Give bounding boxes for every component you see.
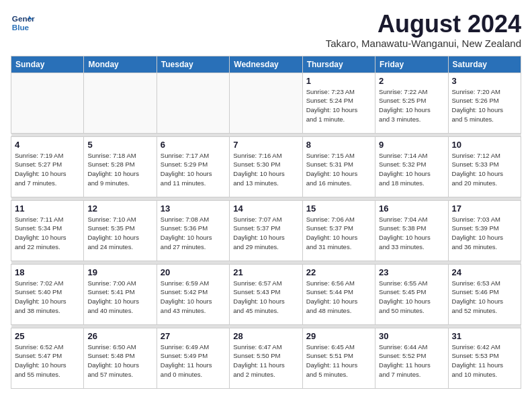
day-number: 29 [306, 331, 371, 341]
calendar-cell: 10Sunrise: 7:12 AM Sunset: 5:33 PM Dayli… [448, 136, 521, 197]
calendar-cell: 16Sunrise: 7:04 AM Sunset: 5:38 PM Dayli… [375, 200, 448, 261]
calendar-cell: 18Sunrise: 7:02 AM Sunset: 5:40 PM Dayli… [11, 264, 84, 324]
day-info: Sunrise: 6:55 AM Sunset: 5:45 PM Dayligh… [379, 279, 444, 316]
title-block: August 2024 Takaro, Manawatu-Wanganui, N… [326, 11, 521, 49]
calendar-cell: 5Sunrise: 7:18 AM Sunset: 5:28 PM Daylig… [84, 136, 157, 197]
calendar-week-4: 18Sunrise: 7:02 AM Sunset: 5:40 PM Dayli… [11, 264, 521, 324]
calendar-cell: 7Sunrise: 7:16 AM Sunset: 5:30 PM Daylig… [230, 136, 302, 197]
day-number: 16 [379, 203, 444, 214]
day-info: Sunrise: 6:56 AM Sunset: 5:44 PM Dayligh… [306, 279, 371, 316]
day-info: Sunrise: 7:03 AM Sunset: 5:39 PM Dayligh… [452, 215, 517, 252]
calendar-table: Sunday Monday Tuesday Wednesday Thursday… [11, 56, 521, 389]
calendar-cell: 27Sunrise: 6:49 AM Sunset: 5:49 PM Dayli… [157, 328, 229, 388]
calendar-cell: 24Sunrise: 6:53 AM Sunset: 5:46 PM Dayli… [448, 264, 521, 324]
day-info: Sunrise: 7:23 AM Sunset: 5:24 PM Dayligh… [306, 87, 371, 124]
day-info: Sunrise: 7:04 AM Sunset: 5:38 PM Dayligh… [379, 215, 444, 252]
day-number: 3 [452, 76, 517, 86]
day-number: 30 [379, 331, 444, 341]
day-info: Sunrise: 7:20 AM Sunset: 5:26 PM Dayligh… [452, 87, 517, 124]
day-number: 12 [87, 203, 152, 214]
calendar-week-3: 11Sunrise: 7:11 AM Sunset: 5:34 PM Dayli… [11, 200, 521, 261]
day-info: Sunrise: 6:45 AM Sunset: 5:51 PM Dayligh… [306, 342, 371, 379]
day-number: 7 [233, 140, 298, 150]
calendar-week-2: 4Sunrise: 7:19 AM Sunset: 5:27 PM Daylig… [11, 136, 521, 197]
calendar-cell: 19Sunrise: 7:00 AM Sunset: 5:41 PM Dayli… [84, 264, 157, 324]
day-info: Sunrise: 7:10 AM Sunset: 5:35 PM Dayligh… [87, 215, 152, 252]
day-info: Sunrise: 7:06 AM Sunset: 5:37 PM Dayligh… [306, 215, 371, 252]
day-info: Sunrise: 6:52 AM Sunset: 5:47 PM Dayligh… [15, 342, 80, 379]
day-number: 26 [87, 331, 152, 341]
calendar-cell [84, 73, 157, 133]
day-number: 5 [87, 140, 152, 150]
col-friday: Friday [375, 56, 448, 73]
calendar-cell: 31Sunrise: 6:42 AM Sunset: 5:53 PM Dayli… [448, 328, 521, 388]
calendar-cell: 28Sunrise: 6:47 AM Sunset: 5:50 PM Dayli… [230, 328, 302, 388]
day-number: 4 [15, 140, 80, 150]
calendar-header-row: Sunday Monday Tuesday Wednesday Thursday… [11, 56, 521, 73]
col-saturday: Saturday [448, 56, 521, 73]
day-info: Sunrise: 6:50 AM Sunset: 5:48 PM Dayligh… [87, 342, 152, 379]
calendar-cell: 15Sunrise: 7:06 AM Sunset: 5:37 PM Dayli… [302, 200, 375, 261]
calendar-cell: 2Sunrise: 7:22 AM Sunset: 5:25 PM Daylig… [375, 73, 448, 133]
day-info: Sunrise: 7:11 AM Sunset: 5:34 PM Dayligh… [15, 215, 80, 252]
day-number: 27 [161, 331, 226, 341]
calendar-week-1: 1Sunrise: 7:23 AM Sunset: 5:24 PM Daylig… [11, 73, 521, 133]
day-info: Sunrise: 6:57 AM Sunset: 5:43 PM Dayligh… [233, 279, 298, 316]
day-number: 23 [379, 267, 444, 277]
day-number: 10 [452, 140, 517, 150]
day-number: 19 [87, 267, 152, 277]
calendar-cell: 22Sunrise: 6:56 AM Sunset: 5:44 PM Dayli… [302, 264, 375, 324]
day-number: 11 [15, 203, 80, 214]
day-info: Sunrise: 7:15 AM Sunset: 5:31 PM Dayligh… [306, 151, 371, 188]
day-info: Sunrise: 7:08 AM Sunset: 5:36 PM Dayligh… [161, 215, 226, 252]
col-sunday: Sunday [11, 56, 84, 73]
day-number: 18 [15, 267, 80, 277]
calendar-cell [157, 73, 229, 133]
calendar-cell: 25Sunrise: 6:52 AM Sunset: 5:47 PM Dayli… [11, 328, 84, 388]
calendar-cell: 23Sunrise: 6:55 AM Sunset: 5:45 PM Dayli… [375, 264, 448, 324]
calendar-cell: 17Sunrise: 7:03 AM Sunset: 5:39 PM Dayli… [448, 200, 521, 261]
day-number: 17 [452, 203, 517, 214]
calendar-cell: 13Sunrise: 7:08 AM Sunset: 5:36 PM Dayli… [157, 200, 229, 261]
calendar-cell: 21Sunrise: 6:57 AM Sunset: 5:43 PM Dayli… [230, 264, 302, 324]
location-subtitle: Takaro, Manawatu-Wanganui, New Zealand [326, 38, 521, 49]
calendar-cell: 6Sunrise: 7:17 AM Sunset: 5:29 PM Daylig… [157, 136, 229, 197]
day-number: 1 [306, 76, 371, 86]
calendar-cell: 3Sunrise: 7:20 AM Sunset: 5:26 PM Daylig… [448, 73, 521, 133]
col-thursday: Thursday [302, 56, 375, 73]
day-info: Sunrise: 7:19 AM Sunset: 5:27 PM Dayligh… [15, 151, 80, 188]
day-info: Sunrise: 6:44 AM Sunset: 5:52 PM Dayligh… [379, 342, 444, 379]
day-info: Sunrise: 6:59 AM Sunset: 5:42 PM Dayligh… [161, 279, 226, 316]
logo: General Blue [11, 11, 35, 35]
day-number: 21 [233, 267, 298, 277]
day-info: Sunrise: 7:14 AM Sunset: 5:32 PM Dayligh… [379, 151, 444, 188]
calendar-week-5: 25Sunrise: 6:52 AM Sunset: 5:47 PM Dayli… [11, 328, 521, 388]
calendar-cell: 8Sunrise: 7:15 AM Sunset: 5:31 PM Daylig… [302, 136, 375, 197]
day-number: 8 [306, 140, 371, 150]
day-number: 28 [233, 331, 298, 341]
col-wednesday: Wednesday [230, 56, 302, 73]
page-header: General Blue August 2024 Takaro, Manawat… [11, 11, 521, 49]
day-info: Sunrise: 7:12 AM Sunset: 5:33 PM Dayligh… [452, 151, 517, 188]
calendar-cell: 1Sunrise: 7:23 AM Sunset: 5:24 PM Daylig… [302, 73, 375, 133]
calendar-cell [11, 73, 84, 133]
day-info: Sunrise: 7:02 AM Sunset: 5:40 PM Dayligh… [15, 279, 80, 316]
calendar-cell: 4Sunrise: 7:19 AM Sunset: 5:27 PM Daylig… [11, 136, 84, 197]
day-number: 24 [452, 267, 517, 277]
svg-text:Blue: Blue [12, 23, 30, 32]
day-number: 2 [379, 76, 444, 86]
day-info: Sunrise: 6:49 AM Sunset: 5:49 PM Dayligh… [161, 342, 226, 379]
logo-icon: General Blue [11, 11, 35, 35]
day-number: 20 [161, 267, 226, 277]
day-info: Sunrise: 7:00 AM Sunset: 5:41 PM Dayligh… [87, 279, 152, 316]
calendar-cell: 26Sunrise: 6:50 AM Sunset: 5:48 PM Dayli… [84, 328, 157, 388]
day-number: 13 [161, 203, 226, 214]
day-info: Sunrise: 6:42 AM Sunset: 5:53 PM Dayligh… [452, 342, 517, 379]
month-year-title: August 2024 [326, 11, 521, 38]
day-info: Sunrise: 7:18 AM Sunset: 5:28 PM Dayligh… [87, 151, 152, 188]
day-number: 22 [306, 267, 371, 277]
day-info: Sunrise: 7:22 AM Sunset: 5:25 PM Dayligh… [379, 87, 444, 124]
calendar-cell: 30Sunrise: 6:44 AM Sunset: 5:52 PM Dayli… [375, 328, 448, 388]
day-number: 6 [161, 140, 226, 150]
day-info: Sunrise: 6:53 AM Sunset: 5:46 PM Dayligh… [452, 279, 517, 316]
